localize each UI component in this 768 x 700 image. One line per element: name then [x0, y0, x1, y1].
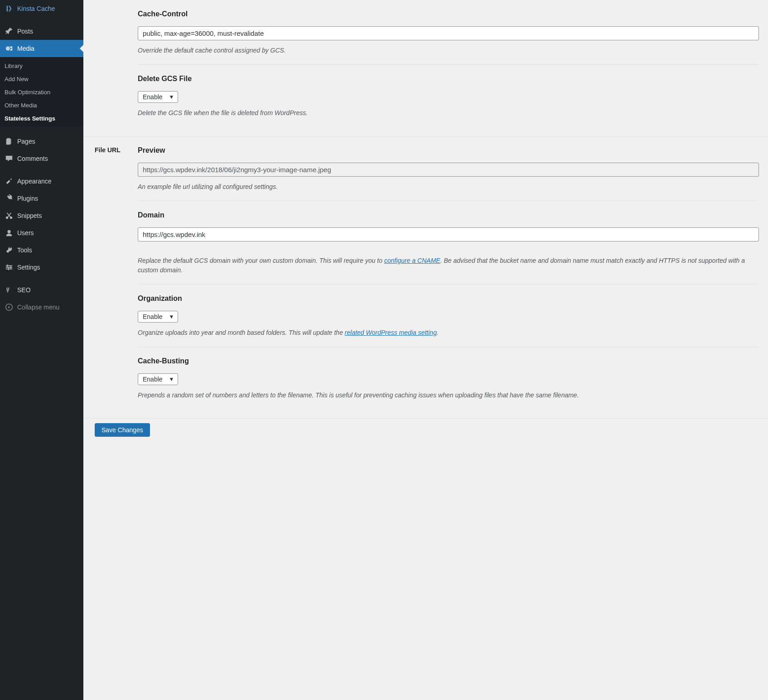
sidebar-item-label: Snippets: [17, 212, 42, 219]
delete-gcs-header: Delete GCS File: [138, 75, 759, 83]
sidebar-item-comments[interactable]: Comments: [0, 150, 83, 167]
organization-desc: Organize uploads into year and month bas…: [138, 328, 759, 338]
select-value: Enable: [143, 93, 163, 101]
sidebar-item-pages[interactable]: Pages: [0, 133, 83, 150]
chevron-down-icon: ▼: [169, 94, 174, 100]
cache-control-header: Cache-Control: [138, 10, 759, 18]
plugins-icon: [5, 194, 14, 203]
sidebar-item-kinsta-cache[interactable]: Kinsta Cache: [0, 0, 83, 17]
cache-control-desc: Override the default cache control assig…: [138, 46, 759, 55]
sidebar-item-collapse[interactable]: Collapse menu: [0, 299, 83, 316]
seo-icon: [5, 285, 14, 294]
collapse-icon: [5, 303, 14, 312]
sidebar-item-label: Appearance: [17, 178, 52, 185]
sidebar-item-appearance[interactable]: Appearance: [0, 173, 83, 190]
sidebar-item-tools[interactable]: Tools: [0, 241, 83, 259]
comments-icon: [5, 154, 14, 163]
pin-icon: [5, 27, 14, 36]
organization-select[interactable]: Enable ▼: [138, 311, 178, 323]
submenu-item-other-media[interactable]: Other Media: [0, 99, 83, 112]
domain-desc: Replace the default GCS domain with your…: [138, 256, 759, 275]
preview-input: [138, 163, 759, 177]
svg-rect-7: [7, 265, 8, 267]
sidebar-item-label: Posts: [17, 28, 33, 35]
sidebar-item-label: Users: [17, 229, 34, 237]
chevron-down-icon: ▼: [169, 376, 174, 382]
domain-input[interactable]: [138, 227, 759, 241]
save-button[interactable]: Save Changes: [95, 423, 150, 437]
sidebar-item-snippets[interactable]: Snippets: [0, 207, 83, 224]
organization-header: Organization: [138, 294, 759, 303]
wp-media-setting-link[interactable]: related WordPress media setting: [345, 329, 437, 336]
settings-icon: [5, 263, 14, 272]
sidebar-item-seo[interactable]: SEO: [0, 281, 83, 299]
delete-gcs-desc: Delete the GCS file when the file is del…: [138, 108, 759, 118]
domain-header: Domain: [138, 211, 759, 219]
sidebar-item-label: Tools: [17, 246, 32, 254]
cache-control-input[interactable]: [138, 26, 759, 40]
submenu-item-bulk-optimization[interactable]: Bulk Optimization: [0, 86, 83, 99]
sidebar-item-label: Comments: [17, 155, 48, 162]
select-value: Enable: [143, 313, 163, 320]
section-divider: [83, 418, 768, 419]
cache-busting-select[interactable]: Enable ▼: [138, 373, 178, 385]
cache-busting-header: Cache-Busting: [138, 357, 759, 365]
sidebar-item-plugins[interactable]: Plugins: [0, 190, 83, 207]
sidebar-item-label: Kinsta Cache: [17, 5, 55, 12]
sidebar-item-label: SEO: [17, 286, 31, 294]
media-submenu: Library Add New Bulk Optimization Other …: [0, 57, 83, 127]
users-icon: [5, 228, 14, 237]
sidebar-item-users[interactable]: Users: [0, 224, 83, 241]
select-value: Enable: [143, 376, 163, 383]
preview-desc: An example file url utilizing all config…: [138, 182, 759, 192]
delete-gcs-select[interactable]: Enable ▼: [138, 91, 178, 103]
sidebar-item-posts[interactable]: Posts: [0, 23, 83, 40]
submenu-item-add-new[interactable]: Add New: [0, 72, 83, 86]
tools-icon: [5, 246, 14, 255]
configure-cname-link[interactable]: configure a CNAME: [384, 257, 440, 264]
admin-sidebar: Kinsta Cache Posts Media Library Add New…: [0, 0, 83, 700]
snippets-icon: [5, 211, 14, 220]
svg-rect-5: [6, 267, 12, 268]
sidebar-item-label: Media: [17, 45, 34, 52]
kinsta-icon: [5, 4, 14, 13]
sidebar-item-settings[interactable]: Settings: [0, 259, 83, 276]
svg-rect-4: [6, 266, 12, 266]
main-content: Cache-Control Override the default cache…: [83, 0, 768, 700]
sidebar-item-label: Collapse menu: [17, 304, 59, 311]
sidebar-item-label: Plugins: [17, 195, 38, 202]
preview-header: Preview: [138, 146, 759, 154]
sidebar-item-label: Pages: [17, 138, 35, 145]
svg-rect-9: [8, 268, 9, 270]
submenu-item-stateless-settings[interactable]: Stateless Settings: [0, 112, 83, 125]
cache-busting-desc: Prepends a random set of numbers and let…: [138, 391, 759, 400]
sidebar-item-media[interactable]: Media: [0, 40, 83, 57]
appearance-icon: [5, 177, 14, 186]
svg-point-0: [6, 47, 10, 51]
submenu-item-library[interactable]: Library: [0, 59, 83, 72]
svg-rect-8: [10, 266, 11, 268]
svg-point-3: [7, 230, 10, 233]
sidebar-item-label: Settings: [17, 264, 40, 271]
section-label-file-url: File URL: [95, 146, 138, 154]
pages-icon: [5, 137, 14, 146]
chevron-down-icon: ▼: [169, 314, 174, 320]
media-icon: [5, 44, 14, 53]
